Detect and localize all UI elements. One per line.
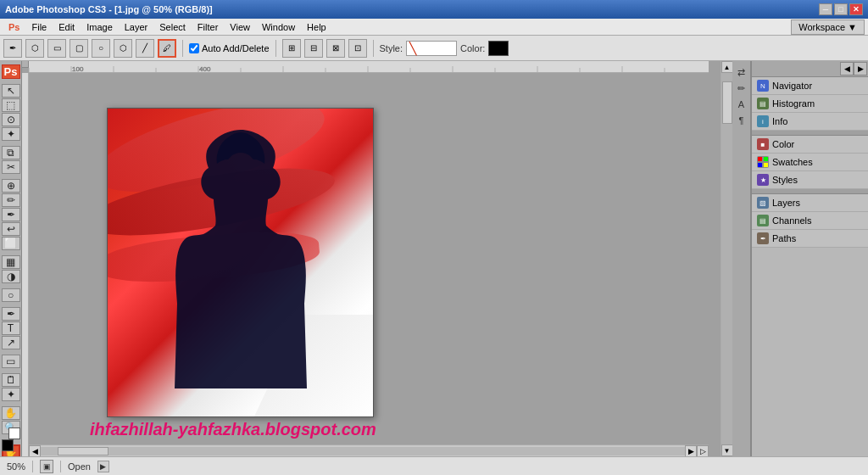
pen-tool[interactable]: ✒ — [2, 307, 20, 321]
scroll-down-btn[interactable]: ▼ — [721, 444, 733, 456]
close-button[interactable]: ✕ — [849, 3, 863, 15]
eraser-tool[interactable]: ⬜ — [2, 237, 20, 250]
person-silhouette — [164, 126, 317, 397]
ellipse-btn[interactable]: ○ — [92, 39, 110, 58]
add-path-btn[interactable]: ⊞ — [282, 39, 301, 58]
menu-ps[interactable]: Ps — [3, 20, 25, 34]
color-swatch[interactable] — [488, 41, 509, 56]
panel-swatches[interactable]: Swatches — [752, 154, 868, 171]
menu-edit[interactable]: Edit — [53, 20, 80, 34]
intersect-btn[interactable]: ⊠ — [326, 39, 345, 58]
scroll-up-btn[interactable]: ▲ — [721, 61, 733, 73]
workspace-button[interactable]: Workspace ▼ — [791, 20, 865, 35]
info-icon: i — [757, 115, 769, 127]
brush-tool[interactable]: ✏ — [2, 193, 20, 207]
shape-tool[interactable]: ▭ — [2, 355, 20, 368]
panel-info[interactable]: i Info — [752, 113, 868, 131]
marquee-tool[interactable]: ⬚ — [2, 98, 20, 112]
scroll-track-v[interactable] — [721, 73, 733, 444]
scroll-track-h[interactable] — [41, 447, 685, 455]
blur-tool[interactable]: ◑ — [2, 270, 20, 283]
path-selection-tool[interactable]: ↗ — [2, 336, 20, 349]
type-tool[interactable]: T — [2, 321, 20, 335]
canvas-document — [107, 108, 374, 417]
styles-icon: ★ — [757, 174, 769, 186]
panel-styles[interactable]: ★ Styles — [752, 171, 868, 189]
menu-window[interactable]: Window — [257, 20, 300, 34]
panel-collapse-right[interactable]: ▶ — [854, 62, 867, 75]
panel-move-icon[interactable]: ⇄ — [734, 64, 749, 80]
history-tool[interactable]: ↩ — [2, 222, 20, 236]
svg-text:400: 400 — [199, 65, 211, 73]
panel-channels[interactable]: ▤ Channels — [752, 212, 868, 230]
maximize-button[interactable]: □ — [834, 3, 848, 15]
panel-color[interactable]: ■ Color — [752, 136, 868, 154]
panel-text-icon[interactable]: A — [734, 97, 749, 112]
menu-layer[interactable]: Layer — [120, 20, 153, 34]
pen-path-btn[interactable]: ✒ — [3, 39, 22, 58]
style-label: Style: — [380, 43, 403, 53]
flag-background — [108, 109, 373, 416]
scroll-thumb-h[interactable] — [58, 447, 108, 455]
eyedropper-tool[interactable]: ✦ — [2, 388, 20, 401]
svg-text:100: 100 — [72, 65, 84, 73]
statusbar: 50% ▣ Open ▶ — [0, 456, 868, 475]
status-sep-1 — [32, 461, 33, 472]
menubar: Ps File Edit Image Layer Select Filter V… — [0, 19, 868, 36]
crop-tool[interactable]: ⧉ — [2, 146, 20, 159]
lasso-tool[interactable]: ⊙ — [2, 113, 20, 126]
scroll-right-btn[interactable]: ▶ — [685, 445, 697, 457]
menu-view[interactable]: View — [225, 20, 255, 34]
histogram-icon: ▤ — [757, 98, 769, 109]
canvas-image — [108, 109, 373, 416]
polygon-btn[interactable]: ⬡ — [114, 39, 132, 58]
right-panel-wrapper: ⇄ ✏ A ¶ ◀ ▶ N Navigator ▤ Histogram i In… — [732, 61, 868, 456]
paths-icon: ✒ — [757, 232, 769, 244]
scroll-corner-tl — [22, 61, 29, 68]
left-toolbar: Ps ↖ ⬚ ⊙ ✦ ⧉ ✂ ⊕ ✏ ✒ ↩ ⬜ ▦ ◑ ○ ✒ T ↗ ▭ 🗒… — [0, 61, 22, 456]
dodge-tool[interactable]: ○ — [2, 288, 20, 302]
status-expand-btn[interactable]: ▶ — [97, 461, 109, 472]
freeform-btn[interactable]: 🖊 — [158, 39, 176, 58]
heal-tool[interactable]: ⊕ — [2, 179, 20, 193]
horizontal-scrollbar[interactable]: ◀ ▶ ▷ — [29, 444, 709, 456]
rect-btn[interactable]: ▭ — [47, 39, 66, 58]
auto-add-delete-checkbox[interactable]: Auto Add/Delete — [189, 43, 270, 53]
scroll-thumb-v[interactable] — [722, 81, 732, 124]
round-rect-btn[interactable]: ▢ — [70, 39, 88, 58]
move-tool[interactable]: ↖ — [2, 84, 20, 98]
menu-select[interactable]: Select — [154, 20, 191, 34]
panel-paths[interactable]: ✒ Paths — [752, 230, 868, 248]
menu-help[interactable]: Help — [302, 20, 331, 34]
vertical-scrollbar[interactable]: ▲ ▼ — [721, 61, 732, 456]
scroll-left-btn[interactable]: ◀ — [29, 445, 41, 457]
hand-tool[interactable]: ✋ — [2, 406, 20, 420]
layers-icon: ▧ — [757, 197, 769, 209]
swatches-icon — [757, 156, 769, 168]
line-btn[interactable]: ╱ — [136, 39, 154, 58]
clone-tool[interactable]: ✒ — [2, 208, 20, 221]
style-select[interactable]: ╲ — [406, 41, 457, 56]
title-text: Adobe Photoshop CS3 - [1.jpg @ 50% (RGB/… — [5, 4, 213, 14]
ruler-horizontal: 100 400 — [29, 61, 709, 73]
panel-histogram[interactable]: ▤ Histogram — [752, 95, 868, 113]
menu-filter[interactable]: Filter — [192, 20, 223, 34]
minimize-button[interactable]: ─ — [819, 3, 832, 15]
ruler-vertical — [22, 73, 29, 456]
notes-tool[interactable]: 🗒 — [2, 373, 20, 387]
exclude-btn[interactable]: ⊡ — [348, 39, 367, 58]
panel-navigator[interactable]: N Navigator — [752, 77, 868, 95]
menu-image[interactable]: Image — [81, 20, 118, 34]
panel-brush-icon[interactable]: ✏ — [734, 81, 749, 96]
menu-file[interactable]: File — [26, 20, 52, 34]
magic-wand-tool[interactable]: ✦ — [2, 127, 20, 141]
panel-paragraph-icon[interactable]: ¶ — [734, 113, 749, 128]
scroll-to-start-btn[interactable]: ▷ — [697, 445, 709, 457]
panel-layers[interactable]: ▧ Layers — [752, 194, 868, 212]
custom-shape-btn[interactable]: ⬡ — [25, 39, 44, 58]
panel-collapse-left[interactable]: ◀ — [840, 62, 854, 75]
sub-path-btn[interactable]: ⊟ — [304, 39, 323, 58]
watermark-text: ihfazhillah-yahfazhka.blogspot.com — [90, 420, 480, 439]
slice-tool[interactable]: ✂ — [2, 160, 20, 174]
gradient-tool[interactable]: ▦ — [2, 255, 20, 269]
